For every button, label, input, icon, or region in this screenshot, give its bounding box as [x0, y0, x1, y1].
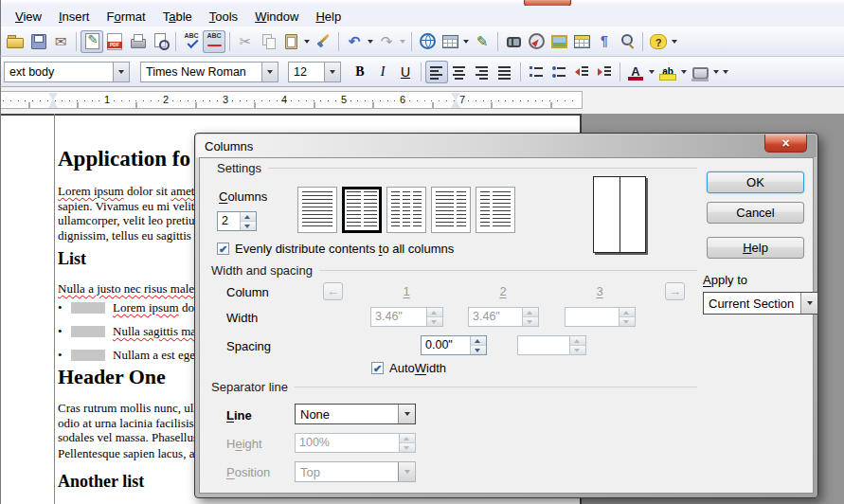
spin-down-button[interactable] [427, 317, 442, 326]
font-color-dropdown[interactable] [647, 61, 656, 83]
menu-tools[interactable]: Tools [201, 8, 246, 26]
width-1-spinner[interactable]: 3.46" [370, 307, 443, 327]
save-button[interactable] [27, 30, 49, 53]
undo-dropdown[interactable] [366, 30, 375, 53]
preset-one-column[interactable] [297, 187, 337, 233]
clone-formatting-button[interactable] [312, 30, 334, 53]
font-color-button[interactable]: A [624, 61, 647, 83]
preset-two-columns[interactable] [342, 187, 382, 233]
dropdown-button[interactable] [398, 405, 415, 423]
spin-down-button[interactable] [620, 317, 635, 326]
spelling-button[interactable]: ABC [180, 30, 203, 53]
bold-button[interactable]: B [349, 61, 371, 83]
increase-indent-button[interactable] [593, 61, 616, 83]
spin-down-button[interactable] [400, 443, 415, 452]
spin-down-button[interactable] [523, 317, 538, 326]
open-button[interactable] [4, 30, 27, 53]
font-dropdown-button[interactable] [261, 63, 278, 81]
table-dropdown[interactable] [461, 30, 471, 53]
spin-down-button[interactable] [570, 346, 585, 354]
formatting-marks-button[interactable]: ¶ [593, 30, 616, 53]
spacing-2-spinner[interactable] [517, 335, 586, 355]
size-dropdown-button[interactable] [324, 63, 340, 81]
toolbar-overflow[interactable] [721, 61, 730, 83]
menu-window[interactable]: Window [246, 8, 307, 26]
copy-button[interactable] [257, 30, 279, 53]
align-left-button[interactable] [425, 61, 448, 83]
previous-column-button[interactable]: ← [323, 282, 343, 300]
columns-count-spinner[interactable]: 2 [217, 211, 257, 231]
undo-button[interactable]: ↶ [343, 30, 366, 53]
menu-format[interactable]: Format [98, 8, 153, 26]
spin-up-button[interactable] [400, 434, 415, 443]
bullet-list-button[interactable] [548, 61, 570, 83]
background-color-button[interactable] [689, 61, 711, 83]
background-color-dropdown[interactable] [711, 61, 721, 83]
export-pdf-button[interactable]: PDF [103, 30, 126, 53]
spin-up-button[interactable] [620, 308, 635, 317]
spin-down-button[interactable] [471, 346, 486, 354]
toolbar-overflow[interactable] [670, 30, 679, 53]
separator-position-combo[interactable]: Top [295, 461, 416, 482]
preset-left-wide[interactable] [431, 187, 471, 233]
preset-right-wide[interactable] [476, 187, 515, 233]
menu-view[interactable]: View [7, 8, 50, 26]
preset-three-columns[interactable] [386, 187, 426, 233]
dialog-titlebar[interactable]: Columns × [196, 135, 817, 157]
email-button[interactable]: ✉ [49, 30, 72, 53]
ok-button[interactable]: OK [707, 171, 804, 193]
width-3-spinner[interactable] [565, 307, 636, 327]
dialog-close-button[interactable]: × [764, 135, 807, 153]
auto-spellcheck-button[interactable]: ABC [203, 30, 225, 53]
edit-file-button[interactable]: ✎ [81, 30, 103, 53]
separator-height-spinner[interactable]: 100% [295, 433, 416, 453]
spin-up-button[interactable] [427, 308, 442, 317]
data-sources-button[interactable] [570, 30, 593, 53]
hyperlink-button[interactable] [416, 30, 439, 53]
spin-down-button[interactable] [241, 222, 256, 230]
help-dialog-button[interactable]: Help [707, 237, 804, 259]
menu-insert[interactable]: Insert [50, 8, 99, 26]
font-name-combo[interactable]: Times New Roman [140, 62, 278, 82]
find-replace-button[interactable] [502, 30, 525, 53]
italic-button[interactable]: I [371, 61, 394, 83]
spacing-1-spinner[interactable]: 0.00" [421, 335, 487, 355]
draw-functions-button[interactable]: ✎ [471, 30, 494, 53]
highlighting-button[interactable]: ab [656, 61, 679, 83]
evenly-distribute-checkbox[interactable]: ✔ Evenly distribute contents to all colu… [217, 242, 454, 256]
spin-up-button[interactable] [570, 336, 585, 346]
paragraph-style-combo[interactable]: ext body [4, 62, 130, 82]
style-dropdown-button[interactable] [113, 63, 129, 81]
justify-button[interactable] [494, 61, 516, 83]
paste-button[interactable] [279, 30, 302, 53]
autowidth-checkbox[interactable]: ✔ AutoWidth [371, 361, 446, 375]
paste-dropdown[interactable] [302, 30, 312, 53]
spin-up-button[interactable] [523, 308, 538, 317]
underline-button[interactable]: U [394, 61, 417, 83]
cut-button[interactable]: ✂ [234, 30, 257, 53]
zoom-button[interactable] [616, 30, 638, 53]
gallery-button[interactable] [548, 30, 570, 53]
redo-dropdown[interactable] [398, 30, 407, 53]
numbered-list-button[interactable] [525, 61, 548, 83]
align-center-button[interactable] [448, 61, 471, 83]
help-button[interactable]: ? [647, 30, 670, 53]
print-button[interactable] [126, 30, 149, 53]
highlighting-dropdown[interactable] [679, 61, 689, 83]
align-right-button[interactable] [471, 61, 494, 83]
dropdown-button[interactable] [398, 462, 415, 481]
dropdown-button[interactable] [800, 293, 817, 314]
width-2-spinner[interactable]: 3.46" [468, 307, 539, 327]
decrease-indent-button[interactable] [570, 61, 593, 83]
spin-up-button[interactable] [241, 212, 256, 222]
print-preview-button[interactable] [149, 30, 171, 53]
spin-up-button[interactable] [471, 336, 486, 346]
menu-help[interactable]: Help [307, 8, 350, 26]
menu-table[interactable]: Table [154, 8, 201, 26]
horizontal-ruler[interactable]: 1 2 3 4 5 6 7 [1, 91, 583, 109]
font-size-combo[interactable]: 12 [288, 62, 341, 82]
navigator-button[interactable] [525, 30, 548, 53]
next-column-button[interactable]: → [665, 282, 685, 300]
insert-table-button[interactable] [439, 30, 461, 53]
cancel-button[interactable]: Cancel [707, 202, 804, 224]
